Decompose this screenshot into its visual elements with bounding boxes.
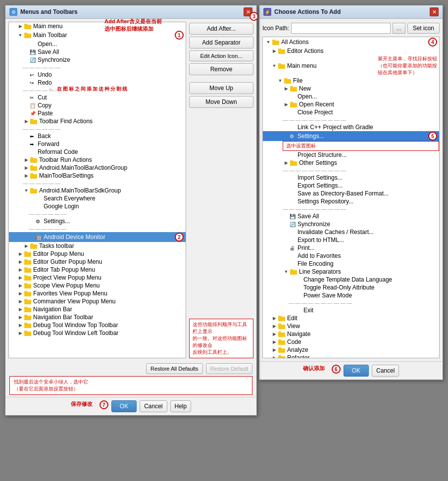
folder-icon-debug-top — [24, 322, 32, 329]
tree-item-editor-gutter[interactable]: Editor Gutter Popup Menu — [9, 258, 186, 266]
right-tree-item-refactor[interactable]: Refactor — [263, 354, 439, 358]
folder-icon-main-toolbar — [24, 32, 32, 39]
tree-item-undo[interactable]: ↩ Undo — [9, 71, 186, 79]
tree-item-reformat[interactable]: Reformat Code — [9, 148, 186, 156]
tree-item-open[interactable]: Open... — [9, 40, 186, 48]
right-tree-item-import-settings[interactable]: Import Settings... — [263, 174, 439, 182]
tree-item-scope-view[interactable]: Scope View Popup Menu — [9, 282, 186, 289]
tree-item-nav-bar-toolbar[interactable]: Navigation Bar Toolbar — [9, 313, 186, 321]
right-tree-item-all-actions[interactable]: All Actions 4 — [263, 37, 439, 47]
right-tree-item-editor-actions[interactable]: Editor Actions — [263, 47, 439, 55]
tree-item-debug-left[interactable]: Debug Tool Window Left Toolbar — [9, 329, 186, 337]
right-tree-item-settings-repo[interactable]: Settings Repository... — [263, 197, 439, 205]
right-tree-item-exit[interactable]: Exit — [263, 306, 439, 314]
tree-item-commander-view[interactable]: Commander View Popup Menu — [9, 297, 186, 305]
right-tree-item-synchronize[interactable]: 🔄 Synchronize — [263, 220, 439, 228]
tree-item-tasks-toolbar[interactable]: Tasks toolbar — [9, 242, 186, 250]
tree-item-main-menu[interactable]: Main menu — [9, 22, 186, 30]
right-separator-3: —————————— — [263, 205, 439, 212]
right-tree-item-file-encoding[interactable]: File Encoding — [263, 260, 439, 268]
right-label-project-structure: Project Structure... — [298, 151, 437, 158]
tree-item-main-toolbar[interactable]: Main Toolbar 1 — [9, 30, 186, 40]
right-tree-item-save-directory[interactable]: Save as Directory-Based Format... — [263, 190, 439, 197]
tree-item-android-monitor[interactable]: 🤖 Android Device Monitor 2 — [9, 232, 186, 242]
left-help-button[interactable]: Help — [170, 400, 192, 412]
right-tree-item-other-settings[interactable]: Other Settings — [263, 159, 439, 167]
right-tree-item-invalidate[interactable]: Invalidate Caches / Restart... — [263, 228, 439, 236]
tree-item-synchronize[interactable]: 🔄 Synchronize — [9, 56, 186, 64]
right-tree-item-edit[interactable]: Edit — [263, 314, 439, 322]
icon-path-input[interactable] — [291, 23, 391, 34]
tree-item-android-sdk[interactable]: Android.MainToolBarSdkGroup — [9, 187, 186, 194]
right-tree-item-open[interactable]: Open... — [263, 93, 439, 100]
tree-item-toolbar-find[interactable]: Toolbar Find Actions — [9, 117, 186, 125]
circle-2: 2 — [175, 233, 184, 241]
right-cancel-button[interactable]: Cancel — [372, 365, 399, 377]
right-tree-item-open-recent[interactable]: Open Recent — [263, 100, 439, 108]
right-tree-item-link-cpp[interactable]: Link C++ Project with Gradle — [263, 123, 439, 131]
tree-item-forward[interactable]: ➡ Forward — [9, 140, 186, 148]
tree-item-paste[interactable]: 📌 Paste — [9, 109, 186, 117]
right-tree-item-change-template[interactable]: Change Template Data Language — [263, 276, 439, 284]
right-tree-item-toggle-readonly[interactable]: Toggle Read-Only Attribute — [263, 284, 439, 291]
tree-item-android-main[interactable]: Android.MainToolBarActionGroup — [9, 164, 186, 172]
right-tree-item-save-all[interactable]: 💾 Save All — [263, 212, 439, 220]
tree-item-toolbar-run[interactable]: Toolbar Run Actions — [9, 156, 186, 164]
right-tree-item-print[interactable]: 🖨 Print... — [263, 244, 439, 252]
tree-item-save-all[interactable]: 💾 Save All — [9, 48, 186, 56]
right-tree-panel[interactable]: All Actions 4 Editor Actions Main menu 展… — [262, 37, 440, 358]
tree-item-copy[interactable]: 📋 Copy — [9, 101, 186, 109]
tree-item-editor-popup[interactable]: Editor Popup Menu — [9, 250, 186, 258]
right-tree-item-analyze[interactable]: Analyze — [263, 346, 439, 354]
arrow-scope-view — [17, 282, 24, 289]
right-main-content: Icon Path: ... Set icon All Actions 4 — [259, 19, 443, 361]
move-down-button[interactable]: Move Down — [189, 96, 253, 108]
tree-item-debug-top[interactable]: Debug Tool Window Top Toolbar — [9, 321, 186, 329]
right-tree-item-main-menu[interactable]: Main menu 展开主菜单，寻找目标按钮（也可能你要添加的功能按钮在其他菜单… — [263, 55, 439, 77]
right-tree-item-new[interactable]: New — [263, 85, 439, 93]
browse-button[interactable]: ... — [393, 23, 405, 34]
right-tree-item-add-favorites[interactable]: Add to Favorites — [263, 252, 439, 260]
right-ok-button[interactable]: OK — [344, 365, 369, 377]
restore-all-defaults-button[interactable]: Restore All Defaults — [146, 363, 203, 374]
label-undo: Undo — [38, 71, 184, 78]
right-tree-item-code[interactable]: Code — [263, 338, 439, 346]
right-tree-item-export-settings[interactable]: Export Settings... — [263, 182, 439, 190]
tree-item-project-view[interactable]: Project View Popup Menu — [9, 274, 186, 282]
add-separator-button[interactable]: Add Separator — [189, 37, 253, 48]
arrow-favorites-view — [17, 290, 24, 297]
right-tree-item-line-sep[interactable]: Line Separators — [263, 268, 439, 276]
tree-item-main-toolbar-settings[interactable]: MainToolBarSettings — [9, 172, 186, 180]
tree-item-search-everywhere[interactable]: Search Everywhere — [9, 194, 186, 202]
right-tree-item-project-structure[interactable]: Project Structure... — [263, 151, 439, 159]
right-tree-item-view[interactable]: View — [263, 322, 439, 330]
label-save-all: Save All — [38, 48, 184, 55]
right-folder-icon-refactor — [278, 354, 286, 358]
tree-item-favorites-view[interactable]: Favorites View Popup Menu — [9, 289, 186, 297]
right-close-button[interactable]: ✕ — [430, 7, 439, 16]
left-tree-panel[interactable]: Main menu Main Toolbar 1 Open... 💾 Sav — [8, 22, 186, 358]
tree-item-editor-tab[interactable]: Editor Tab Popup Menu — [9, 266, 186, 274]
tree-item-nav-bar[interactable]: Navigation Bar — [9, 305, 186, 313]
set-icon-button[interactable]: Set icon — [407, 23, 440, 34]
tree-item-back[interactable]: ⬅ Back — [9, 132, 186, 140]
remove-button[interactable]: Remove — [189, 63, 253, 75]
right-tree-item-export-html[interactable]: Export to HTML... — [263, 236, 439, 244]
right-tree-item-close-project[interactable]: Close Project — [263, 108, 439, 116]
left-ok-button[interactable]: OK — [111, 400, 137, 412]
right-tree-item-file[interactable]: File — [263, 77, 439, 85]
right-tree-item-settings[interactable]: ⚙ Settings... 5 — [263, 131, 439, 141]
tree-item-cut[interactable]: ✂ Cut — [9, 94, 186, 101]
left-cancel-button[interactable]: Cancel — [140, 400, 167, 412]
tree-item-settings-left[interactable]: ⚙ Settings... — [9, 217, 186, 225]
tree-item-google-login[interactable]: Google Login — [9, 202, 186, 210]
edit-action-icon-button[interactable]: Edit Action Icon... — [189, 50, 253, 61]
restore-default-button[interactable]: Restore Default — [206, 363, 252, 374]
add-after-button[interactable]: Add After... — [189, 23, 253, 35]
right-tree-item-power-save[interactable]: Power Save Mode — [263, 291, 439, 299]
arrow-android-sdk — [23, 187, 30, 194]
move-up-button[interactable]: Move Up — [189, 82, 253, 94]
annot-separator: ← 在图标之间添加这种分割线 — [49, 86, 128, 93]
right-tree-item-navigate[interactable]: Navigate — [263, 330, 439, 338]
right-label-main-menu: Main menu — [287, 62, 376, 69]
